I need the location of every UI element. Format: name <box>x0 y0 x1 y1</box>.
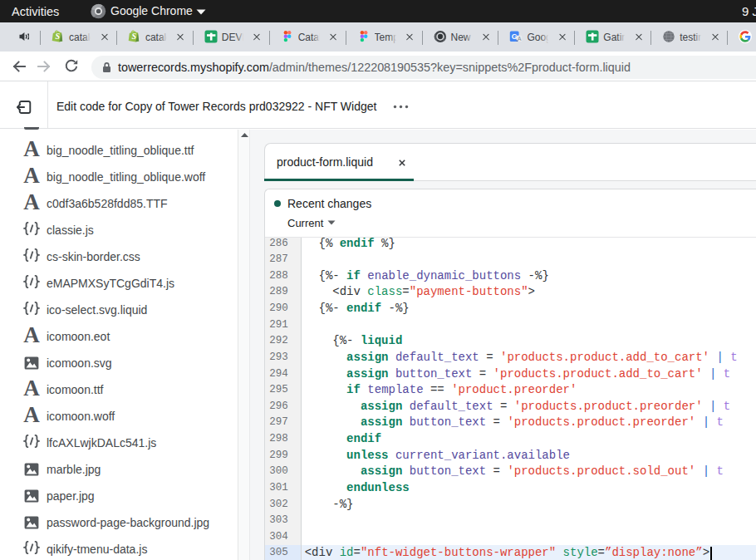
svg-text:S: S <box>131 32 136 41</box>
svg-text:S: S <box>55 32 60 41</box>
svg-text:A: A <box>518 36 522 42</box>
